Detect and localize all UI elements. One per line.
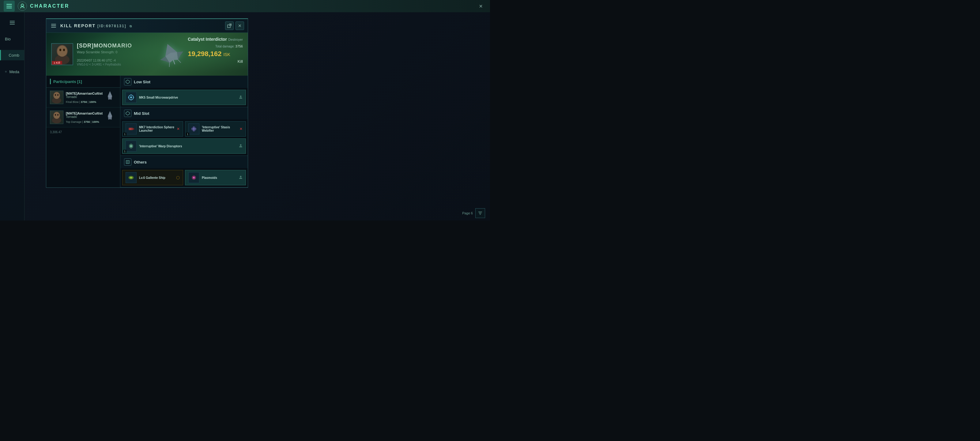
slot-item[interactable]: Plasmoids	[185, 170, 246, 185]
total-damage-value: 3756	[235, 45, 243, 48]
left-sidebar: Bio Comb Meda	[0, 12, 24, 221]
main-close-button[interactable]: ×	[477, 2, 485, 10]
person-icon	[239, 95, 243, 100]
mid-slot-title: Mid Slot	[134, 111, 150, 116]
mid-slot-section: Mid Slot 1	[120, 107, 248, 156]
svg-point-35	[57, 114, 59, 116]
kill-result: Kill	[188, 59, 243, 64]
slot-item-icon	[126, 92, 137, 103]
kr-external-link-button[interactable]	[225, 21, 234, 30]
svg-marker-39	[126, 80, 130, 84]
slot-item[interactable]: Lv.6 Gallente Ship ⬡	[122, 170, 183, 185]
slot-item[interactable]: 1 'Interruptive' Warp Disruptors	[122, 139, 246, 154]
page-indicator: Page 6	[462, 211, 473, 215]
participant-item[interactable]: [MATE]AmarrianCultist Tornado Top Damage…	[46, 108, 120, 127]
low-slot-icon	[124, 78, 131, 86]
slot-item[interactable]: MK5 Small Microwarpdrive	[122, 90, 246, 105]
slot-item-name: 'Interruptive' Stasis Webifier	[202, 126, 237, 132]
svg-point-27	[57, 94, 59, 96]
kr-title: KILL REPORT [ID:6978131] ⧉	[60, 23, 222, 28]
sidebar-item-label: Comb	[9, 53, 19, 57]
svg-rect-3	[10, 24, 15, 24]
item-count: 1	[123, 133, 126, 136]
sidebar-item-medals[interactable]: Meda	[0, 67, 24, 77]
participants-bar-accent	[50, 79, 51, 84]
person-icon	[239, 175, 243, 180]
filter-button[interactable]	[475, 208, 485, 218]
svg-point-13	[59, 49, 61, 51]
slot-item-icon	[126, 172, 137, 183]
others-title: Others	[134, 160, 147, 164]
others-icon	[124, 158, 131, 166]
menu-button[interactable]	[4, 1, 15, 12]
kill-report-panel: KILL REPORT [ID:6978131] ⧉ ✕	[46, 18, 248, 188]
medal-icon	[5, 69, 7, 75]
svg-point-33	[54, 112, 60, 119]
participant-avatar	[50, 111, 64, 124]
slot-item-name: Lv.6 Gallente Ship	[139, 176, 173, 180]
slot-item[interactable]: 1	[185, 121, 246, 137]
bottom-stats: 3,306.47	[46, 127, 120, 137]
slot-item-icon	[188, 172, 199, 183]
slot-item-name: MK5 Small Microwarpdrive	[139, 96, 236, 99]
svg-point-62	[240, 144, 242, 146]
sidebar-item-combat[interactable]: Comb	[0, 50, 24, 60]
kr-menu-icon[interactable]	[50, 22, 57, 29]
kr-copy-icon[interactable]: ⧉	[130, 24, 132, 28]
sidebar-icon-menu[interactable]	[7, 17, 18, 28]
skill-icon: ⬡	[176, 175, 180, 180]
close-icon[interactable]: ✕	[177, 127, 180, 131]
participants-header: Participants [1]	[46, 76, 120, 88]
person-icon	[239, 144, 243, 148]
svg-rect-1	[10, 21, 15, 21]
svg-point-72	[240, 176, 242, 177]
kill-report-header: KILL REPORT [ID:6978131] ⧉ ✕	[46, 19, 248, 33]
isk-value: 19,298,162	[188, 50, 221, 58]
low-slot-title: Low Slot	[134, 80, 150, 84]
svg-marker-38	[108, 115, 112, 120]
svg-line-20	[173, 60, 175, 64]
kr-id: [ID:6978131]	[97, 24, 126, 28]
svg-marker-30	[108, 96, 112, 100]
slot-item-icon	[126, 123, 137, 134]
equipment-panel: Low Slot	[120, 76, 248, 188]
kr-bottom: Participants [1]	[46, 76, 248, 188]
svg-rect-50	[133, 128, 134, 130]
kr-close-button[interactable]: ✕	[235, 21, 244, 30]
character-icon	[18, 2, 27, 11]
ship-stats: Catalyst Interdictor Destroyer Total dam…	[188, 37, 243, 64]
others-header: Others	[120, 156, 248, 168]
svg-point-68	[130, 177, 132, 178]
ship-class: Destroyer	[228, 38, 243, 41]
total-damage-label: Total damage: 3756	[188, 45, 243, 48]
svg-marker-7	[5, 71, 6, 72]
slot-item-name: Plasmoids	[202, 176, 236, 180]
svg-point-0	[21, 4, 24, 6]
participant-ship-icon	[102, 90, 118, 102]
mid-slot-items: 1 MK7 Interdiction Sphere Launcher ✕	[120, 119, 248, 156]
participant-item[interactable]: [MATE]AmarrianCultist Tornado Final Blow…	[46, 88, 120, 108]
ship-name: Catalyst Interdictor	[188, 37, 227, 41]
svg-line-22	[178, 59, 181, 64]
svg-rect-2	[10, 22, 15, 23]
svg-point-42	[130, 97, 132, 98]
svg-point-51	[130, 128, 131, 130]
mid-slot-icon	[124, 110, 131, 117]
page-title: CHARACTER	[30, 3, 69, 9]
svg-point-54	[193, 128, 194, 129]
sidebar-item-bio[interactable]: Bio	[0, 34, 24, 44]
low-slot-header: Low Slot	[120, 76, 248, 88]
low-slot-items: MK5 Small Microwarpdrive	[120, 88, 248, 107]
slot-item-icon	[126, 140, 137, 151]
slot-item[interactable]: 1 MK7 Interdiction Sphere Launcher ✕	[122, 121, 183, 137]
participants-title: Participants [1]	[53, 79, 82, 84]
svg-line-21	[168, 63, 171, 67]
close-icon[interactable]: ✕	[240, 127, 243, 131]
top-bar: CHARACTER ×	[0, 0, 490, 12]
svg-point-12	[57, 46, 67, 57]
isk-label: ISK	[223, 52, 230, 57]
sidebar-item-label: Meda	[9, 70, 19, 74]
kr-header-buttons: ✕	[225, 21, 244, 30]
kr-banner: 1 Kill [SDR]MONOMARIO Warp Scramble Stre…	[46, 33, 248, 76]
svg-marker-48	[126, 111, 130, 115]
